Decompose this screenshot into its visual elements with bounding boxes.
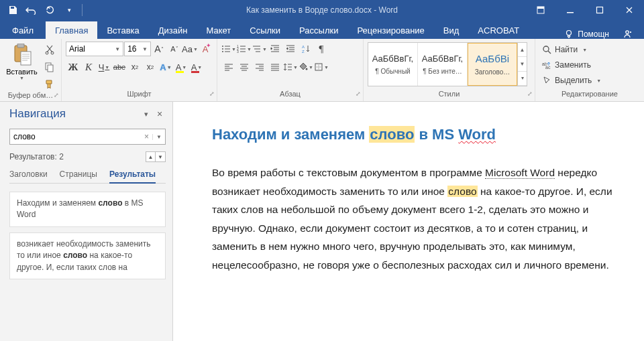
style-normal[interactable]: АаБбВвГг, ¶ Обычный xyxy=(368,43,418,86)
sort-button[interactable]: AZ xyxy=(299,42,313,56)
tab-acrobat[interactable]: ACROBAT xyxy=(468,21,529,39)
strike-button[interactable]: abe xyxy=(112,60,127,74)
svg-point-14 xyxy=(222,48,223,50)
multilevel-button[interactable]: ▼ xyxy=(252,42,267,56)
nav-title: Навигация xyxy=(9,107,66,121)
tab-home[interactable]: Главная xyxy=(46,21,97,39)
superscript-button[interactable]: x2 xyxy=(143,60,158,74)
nav-menu-icon[interactable]: ▾ xyxy=(140,108,152,120)
svg-text:ac: ac xyxy=(545,65,551,70)
svg-point-4 xyxy=(567,31,572,36)
font-name-combo[interactable]: Arial▼ xyxy=(66,42,123,56)
select-button[interactable]: Выделить▼ xyxy=(539,73,604,88)
format-painter-icon[interactable] xyxy=(42,78,57,91)
increase-indent-button[interactable] xyxy=(283,42,298,56)
nav-tab-results[interactable]: Результаты xyxy=(109,166,156,184)
next-result-icon[interactable]: ▼ xyxy=(156,152,165,161)
tab-view[interactable]: Вид xyxy=(434,21,469,39)
search-result-2[interactable]: возникает необходимость заменить то или … xyxy=(9,232,166,279)
replace-icon: abac xyxy=(542,60,551,70)
find-button[interactable]: Найти▼ xyxy=(539,42,590,57)
tab-insert[interactable]: Вставка xyxy=(97,21,148,39)
nav-tab-headings[interactable]: Заголовки xyxy=(9,166,48,183)
doc-paragraph: Во время работы с текстовым документом в… xyxy=(212,163,614,274)
align-right-button[interactable] xyxy=(252,60,267,74)
search-dropdown-icon[interactable]: ▼ xyxy=(152,134,162,140)
line-spacing-button[interactable]: ▼ xyxy=(283,60,298,74)
group-styles-label: Стили xyxy=(439,90,460,98)
justify-button[interactable] xyxy=(268,60,282,74)
clear-search-icon[interactable]: × xyxy=(141,132,152,141)
qat-customize-icon[interactable]: ▾ xyxy=(60,2,78,18)
tab-review[interactable]: Рецензирование xyxy=(347,21,433,39)
numbering-button[interactable]: 123▼ xyxy=(237,42,252,56)
svg-rect-1 xyxy=(537,7,544,9)
change-case-button[interactable]: Aa▼ xyxy=(182,42,197,56)
tab-mailings[interactable]: Рассылки xyxy=(290,21,347,39)
clipboard-launcher-icon[interactable]: ⤢ xyxy=(54,92,59,98)
results-count: Результатов: 2 xyxy=(9,152,64,161)
tab-file[interactable]: Файл xyxy=(0,21,46,39)
close-icon[interactable] xyxy=(614,0,644,20)
search-result-1[interactable]: Находим и заменяем слово в MS Word xyxy=(9,192,166,227)
nav-search-input[interactable] xyxy=(13,132,141,141)
group-paragraph-label: Абзац xyxy=(280,90,301,98)
show-marks-button[interactable]: ¶ xyxy=(314,42,329,56)
nav-tab-pages[interactable]: Страницы xyxy=(60,166,97,183)
minimize-icon[interactable] xyxy=(555,0,585,20)
underline-button[interactable]: Ч▼ xyxy=(97,60,111,74)
paste-button[interactable]: Вставить ▼ xyxy=(4,42,40,80)
subscript-button[interactable]: x2 xyxy=(127,60,142,74)
bullets-button[interactable]: ▼ xyxy=(221,42,236,56)
shading-button[interactable]: ▼ xyxy=(299,60,313,74)
shrink-font-button[interactable]: A˅ xyxy=(167,42,182,56)
share-icon[interactable] xyxy=(623,29,632,39)
gallery-more-icon[interactable]: ▾ xyxy=(518,72,527,86)
svg-point-23 xyxy=(543,46,549,52)
cut-icon[interactable] xyxy=(42,43,57,56)
italic-button[interactable]: К xyxy=(81,60,96,74)
align-center-button[interactable] xyxy=(237,60,252,74)
bold-button[interactable]: Ж xyxy=(66,60,80,74)
replace-button[interactable]: abac Заменить xyxy=(539,58,594,72)
font-size-combo[interactable]: 16▼ xyxy=(124,42,151,56)
gallery-up-icon[interactable]: ▲ xyxy=(518,43,527,57)
window-title: Как заменить в Ворде слово.docx - Word xyxy=(246,5,398,15)
titlebar: ▾ Как заменить в Ворде слово.docx - Word xyxy=(0,0,644,20)
clear-format-button[interactable]: A✦ xyxy=(198,42,213,56)
tab-design[interactable]: Дизайн xyxy=(149,21,197,39)
tab-layout[interactable]: Макет xyxy=(197,21,240,39)
style-no-spacing[interactable]: АаБбВвГг, ¶ Без инте… xyxy=(418,43,468,86)
svg-point-21 xyxy=(306,68,308,70)
grow-font-button[interactable]: A˄ xyxy=(152,42,166,56)
group-clipboard-label: Буфер обм… xyxy=(8,91,53,99)
svg-rect-2 xyxy=(567,12,574,13)
redo-icon[interactable] xyxy=(42,2,59,18)
copy-icon[interactable] xyxy=(42,60,57,74)
font-color-button[interactable]: A▼ xyxy=(189,60,204,74)
navigation-pane: Навигация ▾ × × ▼ Результатов: 2 ▲ ▼ Заг… xyxy=(0,102,173,341)
styles-launcher-icon[interactable]: ⤢ xyxy=(527,90,533,97)
prev-result-icon[interactable]: ▲ xyxy=(146,152,156,161)
nav-close-icon[interactable]: × xyxy=(154,108,166,120)
styles-gallery: АаБбВвГг, ¶ Обычный АаБбВвГг, ¶ Без инте… xyxy=(368,42,527,86)
ribbon-options-icon[interactable] xyxy=(526,0,555,20)
paragraph-launcher-icon[interactable]: ⤢ xyxy=(356,90,361,97)
decrease-indent-button[interactable] xyxy=(268,42,282,56)
nav-search-box[interactable]: × ▼ xyxy=(9,129,166,145)
text-effects-button[interactable]: A▼ xyxy=(158,60,173,74)
gallery-down-icon[interactable]: ▼ xyxy=(518,57,527,71)
tell-me-search[interactable]: Помощн xyxy=(564,29,609,39)
style-heading1[interactable]: АаБбВі Заголово… xyxy=(468,43,517,86)
tab-references[interactable]: Ссылки xyxy=(240,21,290,39)
clipboard-icon xyxy=(12,44,32,66)
font-launcher-icon[interactable]: ⤢ xyxy=(209,90,215,97)
svg-point-15 xyxy=(222,51,223,52)
maximize-icon[interactable] xyxy=(585,0,614,20)
save-icon[interactable] xyxy=(4,2,21,18)
document-area[interactable]: Находим и заменяем слово в MS Word Во вр… xyxy=(173,102,644,341)
highlight-button[interactable]: A▼ xyxy=(174,60,189,74)
undo-icon[interactable] xyxy=(23,2,40,18)
align-left-button[interactable] xyxy=(221,60,236,74)
borders-button[interactable]: ▼ xyxy=(314,60,329,74)
